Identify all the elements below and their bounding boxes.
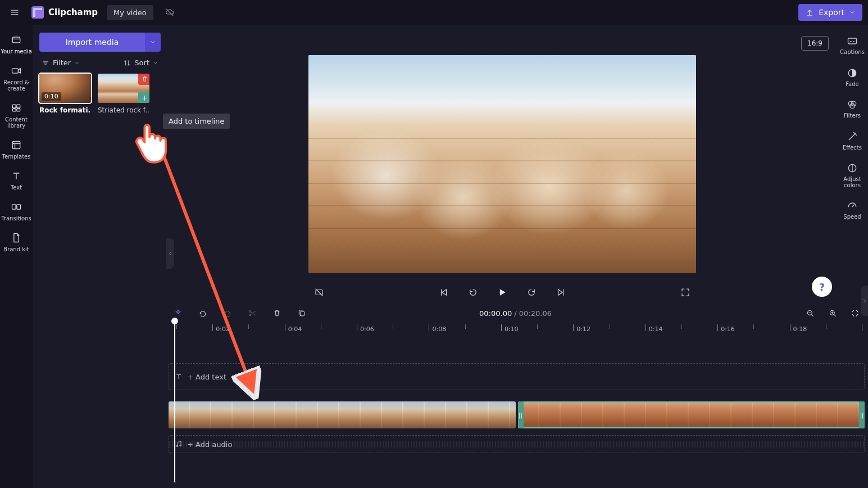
- rr-fade[interactable]: Fade: [837, 61, 868, 93]
- svg-rect-2: [12, 105, 16, 108]
- export-button[interactable]: Export: [798, 4, 862, 21]
- skip-back-icon: [439, 287, 449, 297]
- sparkle-icon: [174, 309, 183, 318]
- fit-icon: [851, 309, 860, 318]
- clip-trim-handle-left[interactable]: ||: [518, 401, 524, 428]
- sort-button[interactable]: Sort: [123, 58, 158, 67]
- rr-speed[interactable]: Speed: [837, 194, 868, 226]
- delete-clip-button[interactable]: [270, 306, 284, 320]
- collapse-right-rail-button[interactable]: [861, 286, 868, 316]
- rail-your-media[interactable]: Your media: [1, 29, 32, 59]
- redo-button[interactable]: [220, 306, 235, 320]
- svg-rect-0: [12, 37, 20, 43]
- rr-effects[interactable]: Effects: [837, 125, 868, 157]
- rail-brand-kit[interactable]: Brand kit: [1, 227, 32, 257]
- right-rail: Captions Fade Filters Effects Adjust col…: [837, 25, 868, 305]
- time-ruler[interactable]: 0:020:040:060:080:100:120:140:160:18: [169, 322, 865, 336]
- filter-button[interactable]: Filter: [42, 58, 80, 67]
- cloud-sync-off-icon[interactable]: [162, 5, 177, 20]
- aspect-ratio-selector[interactable]: 16:9: [801, 36, 829, 51]
- brand: Clipchamp: [31, 6, 98, 19]
- library-icon: [10, 102, 22, 114]
- redo-icon: [223, 309, 232, 318]
- timeline-clip-1[interactable]: [169, 401, 516, 428]
- play-button[interactable]: [495, 285, 510, 300]
- menu-button[interactable]: [6, 3, 24, 21]
- rail-transitions[interactable]: Transitions: [1, 196, 32, 226]
- filters-icon: [846, 98, 858, 111]
- player-controls: [308, 281, 696, 304]
- rr-captions[interactable]: Captions: [837, 29, 868, 61]
- media-thumb-2[interactable]: Striated rock f...: [98, 74, 149, 114]
- left-rail: Your media Record & create Content libra…: [0, 25, 33, 488]
- rail-label: Record & create: [1, 79, 32, 92]
- ruler-tick-label: 0:04: [288, 326, 302, 333]
- rr-label: Filters: [844, 113, 861, 119]
- delete-media-button[interactable]: [138, 74, 149, 85]
- rail-templates[interactable]: Templates: [1, 134, 32, 164]
- rail-label: Transitions: [1, 215, 31, 222]
- rail-label: Your media: [1, 48, 32, 55]
- plus-icon: [141, 94, 148, 102]
- svg-rect-8: [17, 205, 21, 209]
- timecode: 00:00.00 / 00:20.06: [479, 309, 552, 318]
- svg-rect-4: [12, 109, 16, 111]
- video-preview[interactable]: [308, 55, 696, 273]
- audio-track[interactable]: + Add audio: [169, 435, 865, 453]
- timeline-clip-2[interactable]: || ||: [518, 401, 865, 428]
- toggle-safe-zones-button[interactable]: [312, 285, 326, 300]
- project-name-chip[interactable]: My video: [107, 5, 153, 20]
- split-button[interactable]: [245, 306, 260, 320]
- undo-button[interactable]: [196, 306, 210, 320]
- import-media-button[interactable]: Import media: [39, 33, 145, 52]
- media-thumb-1[interactable]: 0:10 Rock formati...: [39, 74, 91, 114]
- collapse-panel-button[interactable]: [166, 238, 174, 269]
- rr-filters[interactable]: Filters: [837, 93, 868, 125]
- question-icon: ?: [819, 281, 825, 293]
- rail-text[interactable]: Text: [1, 165, 32, 195]
- ruler-tick-label: 0:18: [793, 326, 807, 333]
- timeline: 00:00.00 / 00:20.06 0:020:040:060:080:10…: [163, 305, 868, 488]
- rewind-icon: [468, 287, 478, 297]
- undo-icon: [198, 309, 207, 318]
- prev-frame-button[interactable]: [437, 285, 451, 300]
- step-forward-button[interactable]: [524, 285, 539, 300]
- media-icon: [10, 34, 22, 46]
- clip-trim-handle-right[interactable]: ||: [859, 401, 865, 428]
- text-track[interactable]: + Add text: [169, 363, 865, 390]
- export-label: Export: [819, 8, 844, 17]
- zoom-out-icon: [806, 309, 815, 318]
- zoom-out-button[interactable]: [803, 306, 817, 320]
- chevron-left-icon: [167, 251, 173, 256]
- svg-rect-5: [17, 109, 20, 111]
- chevron-right-icon: [862, 298, 867, 304]
- playhead[interactable]: [174, 319, 175, 482]
- ruler-tick-label: 0:06: [360, 326, 374, 333]
- rr-label: Fade: [846, 82, 858, 88]
- tooltip-add-to-timeline: Add to timeline: [163, 114, 230, 129]
- fullscreen-button[interactable]: [678, 285, 693, 300]
- next-frame-button[interactable]: [553, 285, 568, 300]
- templates-icon: [10, 139, 22, 151]
- camera-icon: [10, 65, 22, 77]
- media-thumb-preview: 0:10: [39, 74, 91, 103]
- video-track[interactable]: || ||: [169, 401, 865, 428]
- svg-rect-18: [300, 311, 304, 315]
- rail-content-library[interactable]: Content library: [1, 97, 32, 133]
- copy-icon: [297, 309, 306, 318]
- rr-adjust-colors[interactable]: Adjust colors: [837, 156, 868, 194]
- rail-record-create[interactable]: Record & create: [1, 60, 32, 96]
- help-button[interactable]: ?: [812, 277, 832, 297]
- copy-clip-button[interactable]: [294, 306, 309, 320]
- ruler-tick-label: 0:08: [432, 326, 446, 333]
- svg-rect-7: [12, 205, 16, 209]
- rr-label: Captions: [840, 49, 865, 56]
- step-back-button[interactable]: [466, 285, 480, 300]
- media-duration: 0:10: [42, 92, 61, 101]
- chevron-down-icon: [849, 9, 856, 16]
- import-media-dropdown[interactable]: [145, 33, 161, 52]
- rail-label: Content library: [1, 116, 32, 129]
- effects-icon: [846, 130, 858, 143]
- add-to-timeline-button[interactable]: [138, 92, 149, 103]
- zoom-in-button[interactable]: [825, 306, 840, 320]
